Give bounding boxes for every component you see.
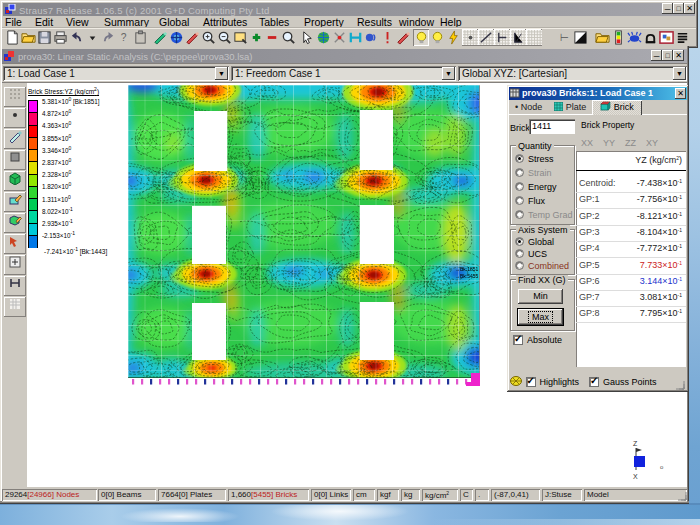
svg-text:o: o	[660, 464, 664, 470]
svg-text:⊢: ⊢	[559, 32, 568, 43]
svg-text:Z: Z	[633, 440, 638, 447]
svg-text:?: ?	[120, 32, 126, 43]
svg-text:→Bk:5455: →Bk:5455	[455, 273, 479, 279]
svg-text:X: X	[633, 473, 638, 480]
svg-text:→Bk:1851: →Bk:1851	[455, 266, 479, 272]
